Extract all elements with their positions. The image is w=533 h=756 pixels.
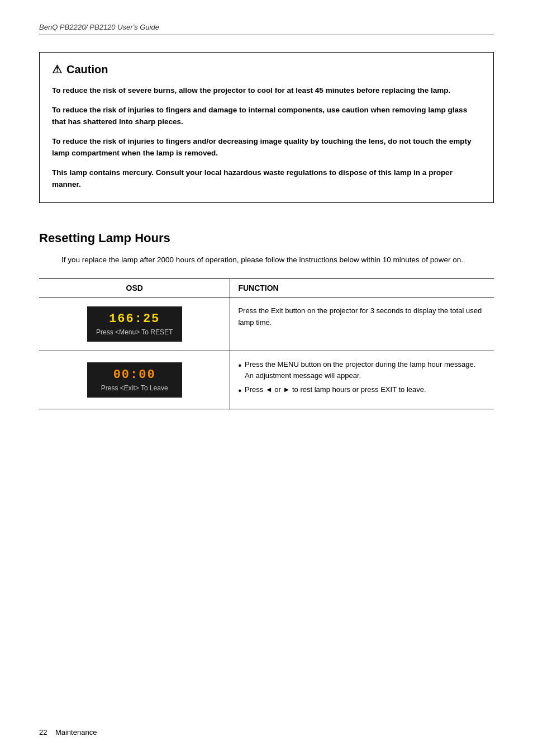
osd-cell-2: 00:00 Press <Exit> To Leave — [39, 351, 230, 409]
warning-icon: ⚠ — [52, 63, 62, 76]
col-function-header: FUNCTION — [230, 279, 494, 297]
page: BenQ PB2220/ PB2120 User's Guide ⚠ Cauti… — [0, 0, 533, 756]
table-row: 00:00 Press <Exit> To Leave • Press the … — [39, 351, 494, 409]
list-item: • Press the MENU button on the projector… — [238, 359, 486, 381]
caution-box: ⚠ Caution To reduce the risk of severe b… — [39, 52, 494, 203]
caution-para-1: To reduce the risk of severe burns, allo… — [52, 85, 481, 97]
footer-section-label: Maintenance — [55, 728, 97, 736]
col-osd-header: OSD — [39, 279, 230, 297]
osd-display-1: 166:25 Press <Menu> To RESET — [87, 306, 182, 342]
page-header: BenQ PB2220/ PB2120 User's Guide — [39, 22, 494, 35]
resetting-lamp-hours-section: Resetting Lamp Hours If you replace the … — [39, 231, 494, 409]
function-text-1: Press the Exit button on the projector f… — [238, 306, 482, 326]
osd-table: OSD FUNCTION 166:25 Press <Menu> To RESE… — [39, 278, 494, 409]
osd-cell-1: 166:25 Press <Menu> To RESET — [39, 297, 230, 351]
osd-label-1: Press <Menu> To RESET — [95, 328, 174, 336]
section-intro: If you replace the lamp after 2000 hours… — [61, 254, 494, 266]
caution-para-3: To reduce the risk of injuries to finger… — [52, 136, 481, 159]
bullet-text-2: Press ◄ or ► to rest lamp hours or press… — [245, 384, 426, 395]
list-item: • Press ◄ or ► to rest lamp hours or pre… — [238, 384, 486, 396]
page-footer: 22 Maintenance — [39, 728, 97, 736]
caution-para-4: This lamp contains mercury. Consult your… — [52, 167, 481, 191]
header-title: BenQ PB2220/ PB2120 User's Guide — [39, 23, 159, 31]
bullet-icon: • — [238, 385, 241, 396]
function-cell-2: • Press the MENU button on the projector… — [230, 351, 494, 409]
osd-time-2: 00:00 — [95, 368, 174, 382]
bullet-icon: • — [238, 360, 241, 371]
page-number: 22 — [39, 728, 47, 736]
section-heading: Resetting Lamp Hours — [39, 231, 494, 245]
table-row: 166:25 Press <Menu> To RESET Press the E… — [39, 297, 494, 351]
caution-title: Caution — [66, 63, 108, 76]
function-cell-1: Press the Exit button on the projector f… — [230, 297, 494, 351]
caution-heading: ⚠ Caution — [52, 63, 481, 76]
bullet-text-1: Press the MENU button on the projector d… — [245, 359, 486, 381]
caution-para-2: To reduce the risk of injuries to finger… — [52, 105, 481, 128]
osd-label-2: Press <Exit> To Leave — [95, 384, 174, 392]
function-bullet-list: • Press the MENU button on the projector… — [238, 359, 486, 396]
osd-display-2: 00:00 Press <Exit> To Leave — [87, 362, 182, 398]
osd-time-1: 166:25 — [95, 312, 174, 326]
